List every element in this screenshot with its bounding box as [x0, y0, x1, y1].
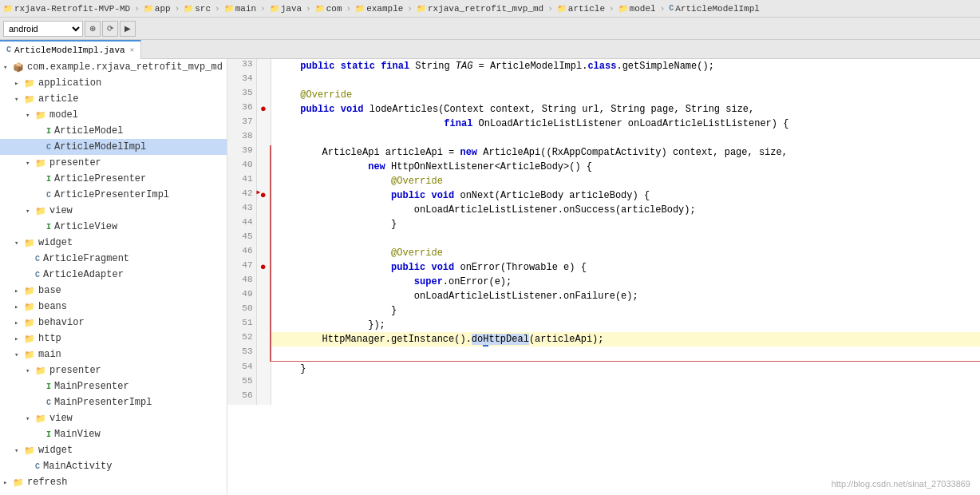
sidebar-item-article-presenter-impl[interactable]: C ArticlePresenterImpl [0, 187, 227, 203]
tab-close-btn[interactable]: ✕ [130, 46, 134, 54]
sidebar-item-article-model[interactable]: I ArticleModel [0, 123, 227, 139]
sidebar-item-main[interactable]: ▾ 📁 main [0, 346, 227, 362]
code-content-48[interactable]: super.onError(e); [271, 275, 980, 289]
breadcrumb-article[interactable]: 📁 article [557, 4, 605, 14]
sidebar-label-presenter-main: presenter [49, 365, 101, 376]
breadcrumb-model[interactable]: 📁 model [618, 4, 656, 14]
debug-marker-42: ▶ [257, 188, 261, 196]
sidebar-item-view-main[interactable]: ▾ 📁 view [0, 410, 227, 426]
sidebar-item-presenter-main[interactable]: ▾ 📁 presenter [0, 362, 227, 378]
code-content-43[interactable]: onLoadArticleListListener.onSuccess(arti… [271, 203, 980, 217]
sidebar[interactable]: ▾ 📦 com.example.rxjava_retrofit_mvp_md ▸… [0, 59, 227, 495]
sidebar-item-widget2[interactable]: ▾ 📁 widget [0, 442, 227, 458]
code-content-36[interactable]: public void lodeArticles(Context context… [271, 102, 980, 117]
breadcrumb-app[interactable]: 📁 app [144, 4, 171, 14]
code-content-40[interactable]: new HttpOnNextListener<ArticleBody>() { [271, 160, 980, 174]
sidebar-item-presenter-article[interactable]: ▾ 📁 presenter [0, 155, 227, 171]
code-content-45[interactable] [271, 232, 980, 246]
sidebar-item-package[interactable]: ▾ 📦 com.example.rxjava_retrofit_mvp_md [0, 59, 227, 75]
breadcrumb-java[interactable]: 📁 java [270, 4, 302, 14]
toolbar-btn-3[interactable]: ▶ [120, 21, 136, 37]
gutter-41 [256, 174, 271, 188]
sidebar-item-base[interactable]: ▸ 📁 base [0, 283, 227, 299]
breakpoint-36[interactable]: ● [257, 102, 271, 117]
code-line-35: 35 @Override [227, 88, 980, 102]
sidebar-item-application[interactable]: ▸ 📁 application [0, 75, 227, 91]
code-table: 33 public static final String TAG = Arti… [227, 59, 980, 405]
line-num-40: 40 [227, 160, 256, 174]
sidebar-item-http[interactable]: ▸ 📁 http [0, 331, 227, 346]
gutter-50 [256, 303, 271, 318]
code-line-39: 39 ArticleApi articleApi = new ArticleAp… [227, 145, 980, 160]
gutter-38 [256, 131, 271, 145]
code-content-54[interactable]: } [271, 362, 980, 377]
breadcrumb-src[interactable]: 📁 src [184, 4, 211, 14]
sidebar-item-model[interactable]: ▾ 📁 model [0, 107, 227, 123]
sidebar-label-main-presenter-impl: MainPresenterImpl [54, 397, 152, 408]
android-dropdown[interactable]: android [3, 21, 83, 37]
code-content-50[interactable]: } [271, 303, 980, 318]
gutter-42[interactable]: ● ▶ [256, 188, 271, 203]
code-line-37: 37 final OnLoadArticleListListener onLoa… [227, 117, 980, 131]
sidebar-item-view-article[interactable]: ▾ 📁 view [0, 203, 227, 219]
code-content-51[interactable]: }); [271, 318, 980, 332]
code-content-46[interactable]: @Override [271, 246, 980, 260]
gutter-36[interactable]: ● [256, 102, 271, 117]
sidebar-item-article-adapter[interactable]: C ArticleAdapter [0, 267, 227, 283]
sidebar-item-beans[interactable]: ▸ 📁 beans [0, 299, 227, 315]
sidebar-item-main-presenter[interactable]: I MainPresenter [0, 378, 227, 394]
code-content-34[interactable] [271, 73, 980, 88]
code-content-49[interactable]: onLoadArticleListListener.onFailure(e); [271, 289, 980, 303]
sidebar-item-main-presenter-impl[interactable]: C MainPresenterImpl [0, 394, 227, 410]
sidebar-item-article-model-impl[interactable]: C ArticleModelImpl [0, 139, 227, 155]
toolbar-btn-1[interactable]: ⊕ [85, 21, 101, 37]
breadcrumb-com[interactable]: 📁 com [315, 4, 342, 14]
sidebar-item-article-fragment[interactable]: C ArticleFragment [0, 251, 227, 267]
line-num-48: 48 [227, 275, 256, 289]
code-line-48: 48 super.onError(e); [227, 275, 980, 289]
code-content-33[interactable]: public static final String TAG = Article… [271, 59, 980, 73]
breakpoint-47[interactable]: ● [257, 260, 271, 275]
code-content-56[interactable] [271, 390, 980, 405]
line-num-39: 39 [227, 145, 256, 160]
gutter-47[interactable]: ● [256, 260, 271, 275]
sidebar-label-article-adapter: ArticleAdapter [43, 269, 124, 280]
tab-article-model-impl[interactable]: C ArticleModelImpl.java ✕ [0, 40, 141, 59]
code-content-52[interactable]: HttpManager.getInstance().doHttpDeal(art… [271, 332, 980, 346]
line-num-46: 46 [227, 246, 256, 260]
code-line-34: 34 [227, 73, 980, 88]
breadcrumb-example[interactable]: 📁 example [355, 4, 403, 14]
line-num-45: 45 [227, 232, 256, 246]
sidebar-label-package: com.example.rxjava_retrofit_mvp_md [27, 61, 223, 73]
breadcrumb-main[interactable]: 📁 main [224, 4, 256, 14]
breadcrumb-class[interactable]: C ArticleModelImpl [669, 4, 760, 14]
code-content-44[interactable]: } [271, 217, 980, 232]
sidebar-item-article[interactable]: ▾ 📁 article [0, 91, 227, 107]
code-content-39[interactable]: ArticleApi articleApi = new ArticleApi((… [271, 145, 980, 160]
gutter-40 [256, 160, 271, 174]
code-content-53[interactable] [271, 346, 980, 362]
sidebar-item-refresh[interactable]: ▸ 📁 refresh [0, 474, 227, 490]
sidebar-item-widget[interactable]: ▾ 📁 widget [0, 235, 227, 251]
breadcrumb-project[interactable]: 📁 rxjava-Retrofit-MVP-MD [3, 4, 130, 14]
code-content-35[interactable]: @Override [271, 88, 980, 102]
sidebar-item-main-activity[interactable]: C MainActivity [0, 458, 227, 474]
code-content-42[interactable]: public void onNext(ArticleBody articleBo… [271, 188, 980, 203]
gutter-56 [256, 390, 271, 405]
sidebar-item-behavior[interactable]: ▸ 📁 behavior [0, 315, 227, 331]
toolbar-btn-2[interactable]: ⟳ [102, 21, 118, 37]
breadcrumb-rxjava[interactable]: 📁 rxjava_retrofit_mvp_md [417, 4, 543, 14]
code-content-41[interactable]: @Override [271, 174, 980, 188]
code-content-38[interactable] [271, 131, 980, 145]
code-editor[interactable]: 33 public static final String TAG = Arti… [227, 59, 980, 495]
gutter-55 [256, 376, 271, 390]
sidebar-label-article-model: ArticleModel [54, 125, 123, 137]
code-content-47[interactable]: public void onError(Throwable e) { [271, 260, 980, 275]
code-content-55[interactable] [271, 376, 980, 390]
sidebar-item-main-view[interactable]: I MainView [0, 426, 227, 442]
line-num-56: 56 [227, 390, 256, 405]
sidebar-item-article-presenter[interactable]: I ArticlePresenter [0, 171, 227, 187]
code-content-37[interactable]: final OnLoadArticleListListener onLoadAr… [271, 117, 980, 131]
sidebar-item-article-view[interactable]: I ArticleView [0, 219, 227, 235]
sidebar-label-article-presenter: ArticlePresenter [54, 173, 146, 184]
